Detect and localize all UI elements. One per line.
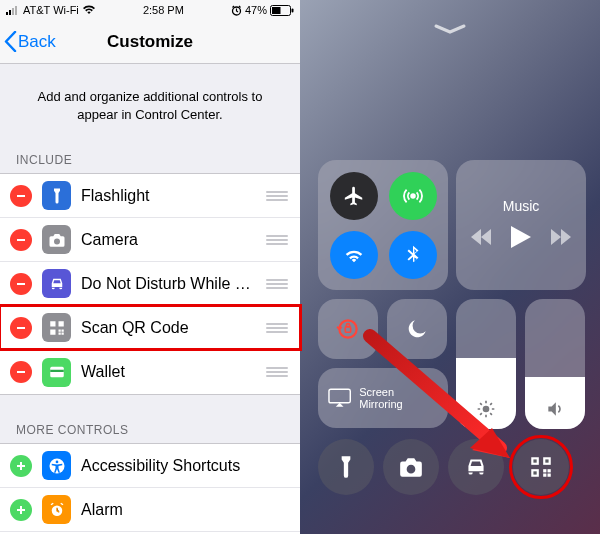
bluetooth-toggle[interactable] <box>389 231 437 279</box>
svg-rect-17 <box>58 332 60 334</box>
svg-rect-15 <box>58 329 60 331</box>
accessibility-icon <box>42 451 71 480</box>
screen-mirroring-icon <box>328 388 351 408</box>
svg-rect-12 <box>50 321 55 326</box>
orientation-lock-toggle[interactable] <box>318 299 378 359</box>
control-center-screen: Music <box>300 0 600 534</box>
battery-pct: 47% <box>245 4 267 16</box>
airplane-toggle[interactable] <box>330 172 378 220</box>
settings-row[interactable]: Flashlight <box>0 174 300 218</box>
more-list: Accessibility ShortcutsAlarmApple TV Rem… <box>0 443 300 534</box>
settings-row[interactable]: Scan QR Code <box>0 306 300 350</box>
wifi-icon <box>82 5 96 15</box>
back-button[interactable]: Back <box>4 31 56 52</box>
battery-icon <box>270 5 294 16</box>
drag-handle[interactable] <box>266 279 288 289</box>
svg-rect-39 <box>545 459 548 462</box>
brightness-slider[interactable] <box>456 299 516 429</box>
volume-icon <box>545 399 565 419</box>
rewind-button[interactable] <box>471 229 491 249</box>
svg-rect-45 <box>548 474 551 477</box>
qrcode-icon <box>42 313 71 342</box>
svg-rect-21 <box>50 370 64 372</box>
dnd-driving-button[interactable] <box>448 439 504 495</box>
page-title: Customize <box>107 32 193 52</box>
svg-rect-33 <box>345 327 350 332</box>
cellular-toggle[interactable] <box>389 172 437 220</box>
wifi-toggle[interactable] <box>330 231 378 279</box>
back-label: Back <box>18 32 56 52</box>
svg-rect-16 <box>61 329 63 331</box>
carrier-label: AT&T Wi-Fi <box>23 4 79 16</box>
svg-rect-19 <box>17 371 25 373</box>
remove-button[interactable] <box>10 273 32 295</box>
svg-point-34 <box>483 406 490 413</box>
remove-button[interactable] <box>10 185 32 207</box>
section-header-include: Include <box>0 147 300 173</box>
svg-rect-27 <box>20 506 22 514</box>
settings-row[interactable]: Do Not Disturb While Driving <box>0 262 300 306</box>
row-label: Scan QR Code <box>81 319 256 337</box>
svg-rect-8 <box>17 195 25 197</box>
svg-rect-42 <box>543 469 546 472</box>
svg-rect-23 <box>20 462 22 470</box>
settings-row[interactable]: Alarm <box>0 488 300 532</box>
section-header-more: More Controls <box>0 417 300 443</box>
car-icon <box>42 269 71 298</box>
add-button[interactable] <box>10 499 32 521</box>
status-bar: AT&T Wi-Fi 2:58 PM 47% <box>0 0 300 20</box>
remove-button[interactable] <box>10 361 32 383</box>
settings-row[interactable]: Wallet <box>0 350 300 394</box>
alarm-icon <box>42 495 71 524</box>
svg-rect-41 <box>533 471 536 474</box>
forward-button[interactable] <box>551 229 571 249</box>
svg-rect-13 <box>58 321 63 326</box>
alarm-icon <box>231 5 242 16</box>
signal-icon <box>6 5 20 15</box>
svg-rect-2 <box>12 8 14 15</box>
svg-rect-18 <box>61 332 63 334</box>
row-label: Do Not Disturb While Driving <box>81 275 256 293</box>
flashlight-button[interactable] <box>318 439 374 495</box>
svg-rect-37 <box>533 459 536 462</box>
dnd-toggle[interactable] <box>387 299 447 359</box>
svg-rect-35 <box>329 389 350 403</box>
play-button[interactable] <box>511 226 531 252</box>
volume-slider[interactable] <box>525 299 585 429</box>
scan-qr-button[interactable] <box>513 439 569 495</box>
add-button[interactable] <box>10 455 32 477</box>
row-label: Alarm <box>81 501 288 519</box>
svg-point-31 <box>410 193 416 199</box>
screen-mirroring-button[interactable]: Screen Mirroring <box>318 368 448 428</box>
music-tile[interactable]: Music <box>456 160 586 290</box>
remove-button[interactable] <box>10 229 32 251</box>
music-label: Music <box>503 198 540 214</box>
remove-button[interactable] <box>10 317 32 339</box>
drag-handle[interactable] <box>266 367 288 377</box>
screen-mirroring-label: Screen Mirroring <box>359 386 438 410</box>
svg-rect-44 <box>543 474 546 477</box>
drag-handle[interactable] <box>266 235 288 245</box>
settings-row[interactable]: Camera <box>0 218 300 262</box>
settings-row[interactable]: Accessibility Shortcuts <box>0 444 300 488</box>
row-label: Wallet <box>81 363 256 381</box>
svg-rect-7 <box>292 8 294 12</box>
svg-point-25 <box>55 460 58 463</box>
connectivity-tile[interactable] <box>318 160 448 290</box>
svg-rect-0 <box>6 12 8 15</box>
svg-rect-6 <box>272 7 281 14</box>
svg-rect-43 <box>548 469 551 472</box>
chevron-down-icon[interactable] <box>433 20 467 38</box>
svg-rect-1 <box>9 10 11 15</box>
nav-bar: Back Customize <box>0 20 300 64</box>
clock: 2:58 PM <box>143 4 184 16</box>
row-label: Accessibility Shortcuts <box>81 457 288 475</box>
camera-icon <box>42 225 71 254</box>
wallet-icon <box>42 358 71 387</box>
drag-handle[interactable] <box>266 191 288 201</box>
camera-button[interactable] <box>383 439 439 495</box>
brightness-icon <box>476 399 496 419</box>
row-label: Camera <box>81 231 256 249</box>
drag-handle[interactable] <box>266 323 288 333</box>
svg-rect-9 <box>17 239 25 241</box>
